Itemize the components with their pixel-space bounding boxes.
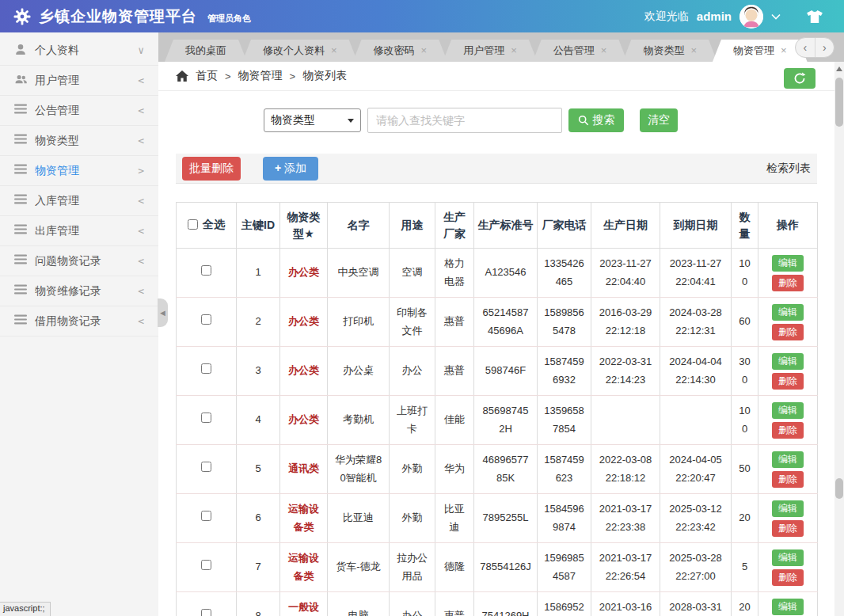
sidebar-item-repair-record[interactable]: 物资维修记录< xyxy=(0,276,158,306)
row-checkbox[interactable] xyxy=(201,363,211,374)
cell-phone: 15869529654 xyxy=(538,592,591,616)
category-select[interactable]: 物资类型 xyxy=(264,108,361,132)
tab-edit-profile[interactable]: 修改个人资料× xyxy=(242,40,358,62)
chevron-down-icon[interactable] xyxy=(771,13,781,20)
cell-id: 5 xyxy=(237,445,280,494)
edit-button[interactable]: 编辑 xyxy=(772,549,804,566)
sidebar-item-arrow-icon: ∨ xyxy=(138,44,144,56)
tab-label: 修改密码 xyxy=(374,40,415,62)
vertical-scrollbar[interactable] xyxy=(834,62,844,616)
sidebar-item-arrow-icon: < xyxy=(138,195,144,207)
tab-close-icon[interactable]: × xyxy=(601,40,607,62)
row-checkbox[interactable] xyxy=(201,511,211,521)
delete-button[interactable]: 删除 xyxy=(772,373,804,390)
sidebar-item-problem-record[interactable]: 问题物资记录< xyxy=(0,246,158,276)
cell-select[interactable] xyxy=(177,249,237,298)
plus-icon: + xyxy=(275,162,281,174)
delete-button[interactable]: 删除 xyxy=(772,422,804,439)
avatar[interactable] xyxy=(739,5,763,29)
row-checkbox[interactable] xyxy=(201,462,211,472)
tab-change-password[interactable]: 修改密码× xyxy=(353,40,448,62)
row-checkbox[interactable] xyxy=(201,314,211,325)
sidebar-item-outbound-mgmt[interactable]: 出库管理< xyxy=(0,216,158,246)
edit-button[interactable]: 编辑 xyxy=(772,353,804,370)
sidebar-item-borrow-record[interactable]: 借用物资记录< xyxy=(0,306,158,337)
breadcrumb-section[interactable]: 物资管理 xyxy=(238,69,283,83)
cell-qty: 20 xyxy=(732,494,758,543)
row-checkbox[interactable] xyxy=(201,413,211,423)
cell-select[interactable] xyxy=(177,592,237,616)
search-input[interactable] xyxy=(367,108,562,133)
cell-std: 7895255L xyxy=(474,494,538,543)
sidebar-collapse-handle[interactable]: ◄ xyxy=(158,298,168,327)
cell-prod: 2023-11-27 22:04:40 xyxy=(591,249,660,298)
tab-bar: 我的桌面修改个人资料×修改密码×用户管理×公告管理×物资类型×物资管理× ‹ › xyxy=(158,32,844,62)
tab-user-mgmt[interactable]: 用户管理× xyxy=(443,40,538,62)
sidebar-item-user-mgmt[interactable]: 用户管理< xyxy=(0,66,158,96)
delete-button[interactable]: 删除 xyxy=(772,275,804,291)
cell-maker: 格力电器 xyxy=(435,249,474,298)
clear-button[interactable]: 清空 xyxy=(640,108,678,132)
cell-select[interactable] xyxy=(177,396,237,445)
tab-material-mgmt[interactable]: 物资管理× xyxy=(713,40,808,62)
breadcrumb-separator: > xyxy=(225,70,231,82)
edit-button[interactable]: 编辑 xyxy=(772,255,804,272)
row-checkbox[interactable] xyxy=(201,560,211,570)
delete-button[interactable]: 删除 xyxy=(772,520,804,537)
tab-close-icon[interactable]: × xyxy=(331,40,337,62)
tab-close-icon[interactable]: × xyxy=(421,40,428,62)
sidebar-item-profile[interactable]: 个人资料∨ xyxy=(0,36,158,66)
cell-select[interactable] xyxy=(177,298,237,347)
edit-button[interactable]: 编辑 xyxy=(772,451,804,468)
row-checkbox[interactable] xyxy=(201,609,211,616)
cell-prod: 2022-03-08 22:18:12 xyxy=(591,445,660,494)
tab-close-icon[interactable]: × xyxy=(690,40,697,62)
tab-notice-mgmt[interactable]: 公告管理× xyxy=(533,40,628,62)
tab-scroll-left-button[interactable]: ‹ xyxy=(796,38,815,57)
add-button[interactable]: +添加 xyxy=(263,157,318,181)
cell-select[interactable] xyxy=(177,347,237,396)
breadcrumb-home[interactable]: 首页 xyxy=(196,69,218,83)
edit-button[interactable]: 编辑 xyxy=(772,599,804,615)
select-all-checkbox[interactable] xyxy=(188,219,198,230)
sidebar-item-material-type[interactable]: 物资类型< xyxy=(0,126,158,156)
delete-button[interactable]: 删除 xyxy=(772,569,804,586)
tab-close-icon[interactable]: × xyxy=(781,40,787,62)
cell-select[interactable] xyxy=(177,543,237,592)
cell-type: 运输设备类 xyxy=(280,543,328,592)
sidebar-item-inbound-mgmt[interactable]: 入库管理< xyxy=(0,186,158,216)
column-header-select[interactable]: 全选 xyxy=(177,203,237,249)
cell-select[interactable] xyxy=(177,494,237,543)
scrollbar-thumb[interactable] xyxy=(835,78,843,127)
app-window: 乡镇企业物资管理平台 管理员角色 欢迎光临 admin xyxy=(0,0,844,616)
column-header-exp: 到期日期 xyxy=(660,203,732,249)
cell-qty: 100 xyxy=(732,396,758,445)
tab-label: 物资类型 xyxy=(643,40,684,62)
tab-label: 我的桌面 xyxy=(185,40,226,62)
cell-select[interactable] xyxy=(177,445,237,494)
batch-delete-button[interactable]: 批量删除 xyxy=(182,157,241,181)
delete-button[interactable]: 删除 xyxy=(772,324,804,340)
cell-name: 货车-德龙 xyxy=(328,543,390,592)
row-checkbox[interactable] xyxy=(201,265,211,276)
edit-button[interactable]: 编辑 xyxy=(772,500,804,517)
cell-type: 办公类 xyxy=(280,249,328,298)
tab-desktop[interactable]: 我的桌面 xyxy=(165,40,247,62)
theme-tshirt-icon[interactable] xyxy=(806,10,823,24)
cell-name: 考勤机 xyxy=(328,396,390,445)
sidebar-item-material-mgmt[interactable]: 物资管理> xyxy=(0,156,158,186)
edit-button[interactable]: 编辑 xyxy=(772,304,804,321)
cell-name: 华为荣耀80智能机 xyxy=(328,445,390,494)
search-button[interactable]: 搜索 xyxy=(568,108,624,132)
delete-button[interactable]: 删除 xyxy=(772,471,804,488)
scroll-up-arrow[interactable] xyxy=(834,63,844,74)
scrollbar-thumb-secondary[interactable] xyxy=(835,478,843,499)
tab-close-icon[interactable]: × xyxy=(511,40,517,62)
select-all-label: 全选 xyxy=(203,216,225,233)
sidebar-item-notice-mgmt[interactable]: 公告管理< xyxy=(0,96,158,126)
tab-material-type[interactable]: 物资类型× xyxy=(622,40,717,62)
menu-icon xyxy=(14,104,28,117)
tab-scroll-right-button[interactable]: › xyxy=(815,38,834,57)
edit-button[interactable]: 编辑 xyxy=(772,402,804,419)
refresh-button[interactable] xyxy=(784,68,815,89)
